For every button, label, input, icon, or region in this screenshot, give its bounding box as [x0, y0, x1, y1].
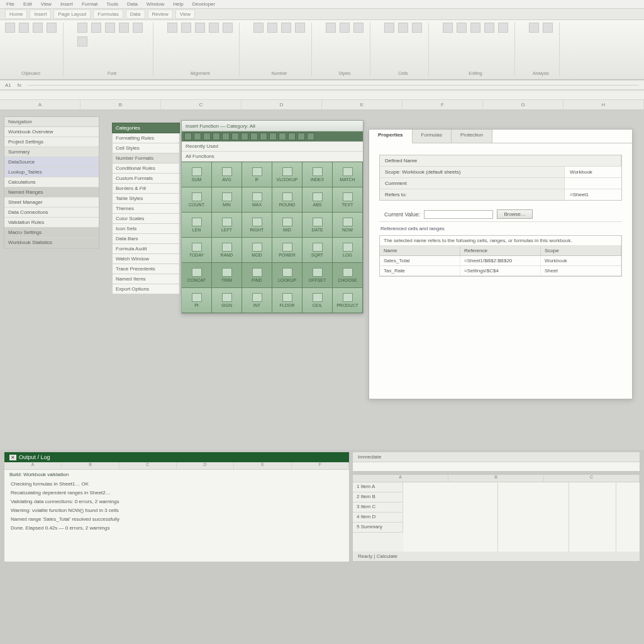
delete-cells-icon[interactable] [398, 23, 408, 33]
function-cell[interactable]: TRIM [212, 263, 242, 288]
col-header[interactable]: G [483, 100, 564, 109]
conditional-format-icon[interactable] [326, 23, 336, 33]
function-cell[interactable]: CHOOSE [333, 263, 363, 288]
pane-item[interactable]: Lookup_Tables [4, 167, 99, 177]
function-cell[interactable]: COUNT [182, 187, 212, 213]
align-center-icon[interactable] [181, 23, 191, 33]
mini-grid[interactable] [403, 482, 640, 552]
col-header[interactable]: Name [380, 246, 460, 255]
tool-icon[interactable] [279, 133, 286, 140]
tool-icon[interactable] [269, 133, 277, 140]
format-painter-icon[interactable] [47, 23, 57, 33]
function-cell[interactable]: LEN [182, 213, 212, 238]
function-cell[interactable]: CONCAT [182, 263, 212, 288]
pane-item[interactable]: Named Ranges [4, 187, 99, 197]
list-item[interactable]: Table Styles [112, 194, 180, 204]
function-cell[interactable]: MAX [242, 187, 272, 213]
function-cell[interactable]: MID [272, 213, 303, 238]
function-cell[interactable]: NOW [333, 213, 363, 238]
pane-item[interactable]: Validation Rules [4, 218, 99, 228]
ribbon-tab[interactable]: Data [126, 9, 145, 19]
menu-item[interactable]: View [41, 1, 52, 7]
col-header[interactable]: D [242, 100, 322, 109]
fill-color-icon[interactable] [133, 23, 143, 33]
pane-item[interactable]: Summary [4, 147, 99, 157]
function-cell[interactable]: SIGN [212, 288, 242, 313]
tool-icon[interactable] [194, 133, 201, 140]
list-item[interactable]: Borders & Fill [112, 184, 180, 194]
pane-item[interactable]: Calculations [4, 177, 99, 187]
function-cell[interactable]: INT [242, 288, 272, 313]
font-color-icon[interactable] [119, 23, 129, 33]
function-cell[interactable]: FIND [242, 263, 272, 288]
table-row[interactable]: Sales_Total =Sheet1!$B$2:$B$20 Workbook [380, 256, 621, 266]
tool-icon[interactable] [241, 133, 248, 140]
fx-icon[interactable]: fx [18, 82, 21, 88]
ribbon-tab[interactable]: Insert [30, 9, 51, 19]
merge-icon[interactable] [223, 23, 233, 33]
sort-filter-icon[interactable] [484, 23, 494, 33]
function-cell[interactable]: MIN [212, 187, 242, 213]
tab-protection[interactable]: Protection [452, 130, 492, 143]
clear-icon[interactable] [470, 23, 480, 33]
tab-formulas[interactable]: Formulas [413, 130, 452, 143]
row-header[interactable]: 4 Item D [353, 513, 403, 523]
table-format-icon[interactable] [340, 23, 350, 33]
list-item[interactable]: Formatting Rules [112, 133, 180, 143]
ribbon-tab[interactable]: Review [148, 9, 173, 19]
ribbon-tab[interactable]: Home [5, 9, 27, 19]
table-row[interactable]: Tax_Rate =Settings!$C$4 Sheet [380, 266, 621, 276]
function-cell[interactable]: LOG [333, 238, 363, 263]
find-select-icon[interactable] [498, 23, 508, 33]
formula-input[interactable] [28, 85, 639, 86]
menu-item[interactable]: Insert [60, 1, 73, 7]
chart-icon[interactable] [543, 23, 553, 33]
border-icon[interactable] [77, 36, 87, 47]
tree-item[interactable]: Recently Used [182, 142, 363, 152]
menu-item[interactable]: Window [147, 1, 164, 7]
list-item[interactable]: Cell Styles [112, 143, 180, 153]
function-cell[interactable]: ABS [303, 187, 333, 213]
currency-icon[interactable] [253, 23, 264, 33]
comma-icon[interactable] [281, 23, 291, 33]
tree-item[interactable]: All Functions [182, 152, 363, 162]
menu-item[interactable]: File [6, 1, 14, 7]
list-item[interactable]: Trace Precedents [112, 264, 180, 274]
row-header[interactable]: 5 Summary [353, 523, 403, 533]
tool-icon[interactable] [307, 133, 314, 140]
pane-item[interactable]: Data Connections [4, 208, 99, 218]
col-header[interactable]: Reference [460, 246, 541, 255]
insert-cells-icon[interactable] [384, 23, 394, 33]
function-cell[interactable]: OFFSET [303, 263, 333, 288]
col-header[interactable]: Scope [541, 246, 621, 255]
tab-properties[interactable]: Properties [369, 130, 413, 143]
function-cell[interactable]: VLOOKUP [272, 162, 303, 187]
function-cell[interactable]: RIGHT [242, 213, 272, 238]
wrap-text-icon[interactable] [209, 23, 219, 33]
italic-icon[interactable] [91, 23, 101, 33]
menu-item[interactable]: Data [127, 1, 138, 7]
tool-icon[interactable] [260, 133, 267, 140]
pane-item[interactable]: DataSource [4, 157, 99, 167]
function-cell[interactable]: INDEX [303, 162, 333, 187]
cut-icon[interactable] [19, 23, 29, 33]
value-input[interactable] [424, 210, 493, 219]
function-cell[interactable]: POWER [272, 238, 303, 263]
function-cell[interactable]: TEXT [333, 187, 363, 213]
name-box[interactable]: A1 [5, 82, 11, 88]
cell-styles-icon[interactable] [353, 23, 364, 33]
menu-item[interactable]: Developer [192, 1, 215, 7]
autosum-icon[interactable] [443, 23, 453, 33]
function-cell[interactable]: RAND [212, 238, 242, 263]
col-header[interactable]: B [80, 100, 161, 109]
list-item[interactable]: Number Formats [112, 153, 180, 164]
align-left-icon[interactable] [167, 23, 177, 33]
pane-item[interactable]: Workbook Statistics [4, 238, 99, 248]
analyze-icon[interactable] [529, 23, 539, 33]
browse-button[interactable]: Browse… [497, 209, 533, 219]
list-item[interactable]: Icon Sets [112, 224, 180, 234]
dialog-title[interactable]: Insert Function — Category: All [182, 121, 363, 131]
pane-item[interactable]: Project Settings [4, 137, 99, 147]
pane-item[interactable]: Macro Settings [4, 228, 99, 238]
list-item[interactable]: Watch Window [112, 254, 180, 264]
